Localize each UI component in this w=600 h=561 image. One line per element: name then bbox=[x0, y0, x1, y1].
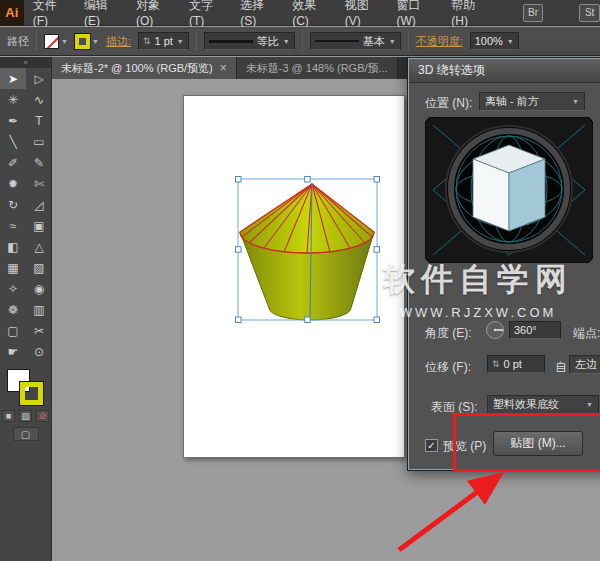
shape-builder-tool[interactable]: ◧ bbox=[0, 236, 26, 257]
fill-color-control[interactable]: ▼ bbox=[44, 34, 68, 49]
hand-tool[interactable]: ☛ bbox=[0, 341, 26, 362]
artboard[interactable] bbox=[183, 95, 405, 458]
artboard-tool[interactable]: ▢ bbox=[0, 320, 26, 341]
symbol-sprayer-tool[interactable]: ❁ bbox=[0, 299, 26, 320]
chevron-down-icon[interactable]: ▼ bbox=[61, 38, 68, 45]
screen-mode-button[interactable]: ▢ bbox=[13, 427, 39, 441]
chevron-down-icon: ▼ bbox=[586, 401, 593, 408]
chevron-down-icon[interactable]: ▼ bbox=[177, 38, 184, 45]
gradient-tool[interactable]: ▨ bbox=[26, 257, 52, 278]
selection-tool[interactable]: ➤ bbox=[0, 68, 26, 89]
menu-help[interactable]: 帮助(H) bbox=[442, 0, 494, 26]
color-button[interactable]: ■ bbox=[2, 410, 15, 422]
paintbrush-tool[interactable]: ✐ bbox=[0, 152, 26, 173]
menu-type[interactable]: 文字(T) bbox=[180, 0, 231, 26]
surface-dropdown[interactable]: 塑料效果底纹 ▼ bbox=[487, 395, 599, 414]
chevron-down-icon[interactable]: ▼ bbox=[507, 38, 514, 45]
magic-wand-tool[interactable]: ✳ bbox=[0, 89, 26, 110]
profile-line-icon bbox=[209, 40, 253, 43]
preview-checkbox[interactable]: ✓ bbox=[425, 439, 438, 452]
fill-none-swatch[interactable] bbox=[44, 34, 59, 49]
menu-effect[interactable]: 效果(C) bbox=[283, 0, 335, 26]
width-tool[interactable]: ≈ bbox=[0, 215, 26, 236]
perspective-grid-tool[interactable]: △ bbox=[26, 236, 52, 257]
opacity-field[interactable]: 100% ▼ bbox=[470, 32, 519, 50]
zoom-tool[interactable]: ⊙ bbox=[26, 341, 52, 362]
type-tool[interactable]: T bbox=[26, 110, 52, 131]
profile-value[interactable]: 等比 bbox=[257, 34, 279, 49]
chevron-down-icon[interactable]: ▼ bbox=[283, 38, 290, 45]
fill-stroke-control[interactable] bbox=[5, 368, 47, 408]
menu-select[interactable]: 选择(S) bbox=[231, 0, 283, 26]
separator bbox=[408, 31, 409, 51]
tab-label: 未标题-3 @ 148% (RGB/预... bbox=[246, 61, 388, 76]
pencil-tool[interactable]: ✎ bbox=[26, 152, 52, 173]
stroke-swatch[interactable] bbox=[20, 382, 43, 405]
line-segment-tool[interactable]: ╲ bbox=[0, 131, 26, 152]
style-button[interactable]: St bbox=[579, 4, 600, 22]
rectangle-tool[interactable]: ▭ bbox=[26, 131, 52, 152]
brush-definition-dropdown[interactable]: 基本 ▼ bbox=[310, 32, 401, 50]
map-art-button[interactable]: 贴图 (M)... bbox=[493, 431, 583, 456]
pen-tool[interactable]: ✒ bbox=[0, 110, 26, 131]
tab-label: 未标题-2* @ 100% (RGB/预览) bbox=[61, 61, 213, 76]
angle-value: 360° bbox=[514, 324, 537, 336]
menu-window[interactable]: 窗口(W) bbox=[388, 0, 443, 26]
blend-tool[interactable]: ◉ bbox=[26, 278, 52, 299]
angle-dial[interactable] bbox=[485, 320, 505, 340]
control-bar: 路径 ▼ ▼ 描边: ⇅ 1 pt ▼ 等比 ▼ 基本 ▼ 不透明度: 100%… bbox=[0, 27, 600, 56]
rotate-tool[interactable]: ↻ bbox=[0, 194, 26, 215]
offset-from-label: 自 bbox=[555, 359, 567, 376]
direct-selection-tool[interactable]: ▷ bbox=[26, 68, 52, 89]
tab-untitled-3[interactable]: 未标题-3 @ 148% (RGB/预... bbox=[237, 57, 398, 79]
position-dropdown[interactable]: 离轴 - 前方 ▼ bbox=[479, 92, 585, 111]
blob-brush-tool[interactable]: ✹ bbox=[0, 173, 26, 194]
tool-grid: ➤ ▷ ✳ ∿ ✒ T ╲ ▭ ✐ ✎ ✹ ✄ ↻ ◿ ≈ ▣ ◧ △ ▦ ▨ … bbox=[0, 68, 51, 362]
column-graph-tool[interactable]: ▥ bbox=[26, 299, 52, 320]
none-button[interactable]: ⊘ bbox=[36, 410, 49, 422]
stepper-icon[interactable]: ⇅ bbox=[143, 36, 151, 46]
preview-label[interactable]: 预览 (P) bbox=[443, 438, 486, 455]
dialog-title[interactable]: 3D 绕转选项 bbox=[409, 59, 600, 83]
toolbar-collapse-button[interactable]: « bbox=[0, 57, 51, 68]
context-label: 路径 bbox=[7, 34, 29, 49]
chevron-down-icon[interactable]: ▼ bbox=[92, 38, 99, 45]
revolve-3d-object[interactable] bbox=[184, 96, 406, 459]
opacity-link[interactable]: 不透明度: bbox=[416, 34, 463, 49]
surface-value: 塑料效果底纹 bbox=[493, 397, 559, 412]
lasso-tool[interactable]: ∿ bbox=[26, 89, 52, 110]
stroke-color-swatch[interactable] bbox=[75, 34, 90, 49]
eyedropper-tool[interactable]: ✧ bbox=[0, 278, 26, 299]
opacity-value[interactable]: 100% bbox=[475, 35, 503, 47]
tab-untitled-2[interactable]: 未标题-2* @ 100% (RGB/预览) × bbox=[52, 57, 237, 79]
free-transform-tool[interactable]: ▣ bbox=[26, 215, 52, 236]
rotation-trackball[interactable] bbox=[425, 117, 593, 263]
stepper-icon[interactable]: ⇅ bbox=[492, 359, 500, 369]
stroke-color-control[interactable]: ▼ bbox=[75, 34, 99, 49]
bridge-button[interactable]: Br bbox=[523, 4, 544, 22]
slice-tool[interactable]: ✂ bbox=[26, 320, 52, 341]
gradient-button[interactable]: ▨ bbox=[19, 410, 32, 422]
menu-file[interactable]: 文件(F) bbox=[24, 0, 75, 26]
eraser-tool[interactable]: ✄ bbox=[26, 173, 52, 194]
menu-edit[interactable]: 编辑(E) bbox=[75, 0, 127, 26]
scale-tool[interactable]: ◿ bbox=[26, 194, 52, 215]
width-profile-dropdown[interactable]: 等比 ▼ bbox=[204, 32, 295, 50]
close-icon[interactable]: × bbox=[220, 61, 227, 75]
angle-field[interactable]: 360° bbox=[509, 321, 561, 339]
menu-object[interactable]: 对象(O) bbox=[127, 0, 180, 26]
track-cube[interactable] bbox=[473, 145, 545, 231]
menu-view[interactable]: 视图(V) bbox=[336, 0, 388, 26]
stroke-width-value[interactable]: 1 pt bbox=[154, 35, 172, 47]
angle-label: 角度 (E): bbox=[425, 325, 472, 342]
stroke-width-field[interactable]: ⇅ 1 pt ▼ bbox=[138, 32, 189, 50]
brush-value[interactable]: 基本 bbox=[363, 34, 385, 49]
offset-field[interactable]: ⇅ 0 pt bbox=[487, 355, 545, 373]
offset-edge-dropdown[interactable]: 左边 bbox=[569, 355, 600, 374]
cap-label: 端点: bbox=[573, 325, 600, 342]
chevron-down-icon[interactable]: ▼ bbox=[389, 38, 396, 45]
app-logo: Ai bbox=[0, 0, 24, 26]
stroke-link[interactable]: 描边: bbox=[106, 34, 131, 49]
mesh-tool[interactable]: ▦ bbox=[0, 257, 26, 278]
menu-bar: Ai 文件(F) 编辑(E) 对象(O) 文字(T) 选择(S) 效果(C) 视… bbox=[0, 0, 600, 26]
